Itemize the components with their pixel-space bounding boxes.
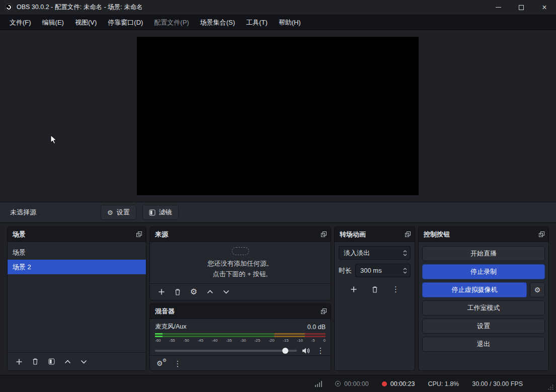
sources-popout-button[interactable]: [321, 231, 327, 237]
mixer-channel-menu-button[interactable]: ⋮: [315, 346, 326, 355]
gear-icon: ⚙: [190, 288, 197, 296]
volume-meter: [155, 333, 326, 337]
move-scene-up-button[interactable]: [61, 356, 74, 368]
transition-select[interactable]: 淡入淡出: [339, 246, 411, 260]
controls-body: 开始直播 停止录制 停止虚拟摄像机 ⚙ 工作室模式 设置 退出: [419, 242, 548, 356]
menubar: 文件(F) 编辑(E) 视图(V) 停靠窗口(D) 配置文件(P) 场景集合(S…: [0, 15, 556, 30]
duration-value: 300 ms: [360, 267, 382, 274]
transitions-dock: 转场动画 淡入淡出 时长 300 ms: [334, 226, 415, 371]
move-source-up-button[interactable]: [203, 286, 216, 298]
add-scene-button[interactable]: [13, 356, 26, 368]
move-source-down-button[interactable]: [219, 286, 232, 298]
preview-canvas[interactable]: [137, 37, 419, 195]
volume-slider-handle[interactable]: [282, 348, 288, 354]
mixer-menu-button[interactable]: ⋮: [171, 358, 184, 370]
transitions-popout-button[interactable]: [405, 231, 411, 237]
scenes-popout-button[interactable]: [136, 231, 142, 237]
docks-area: 场景 场景 场景 2 来源: [0, 223, 556, 375]
popout-icon: [321, 231, 327, 237]
mute-button[interactable]: [302, 347, 310, 354]
settings-button[interactable]: 设置: [422, 319, 545, 334]
scenes-dock: 场景 场景 场景 2: [7, 226, 146, 371]
transitions-dock-header[interactable]: 转场动画: [335, 227, 415, 242]
stop-recording-button[interactable]: 停止录制: [422, 264, 545, 279]
mixer-slider-row: ⋮: [155, 346, 326, 355]
scene-item-selected[interactable]: 场景 2: [8, 260, 146, 274]
controls-dock: 控制按钮 开始直播 停止录制 停止虚拟摄像机 ⚙ 工作室模式 设置 退出: [418, 226, 549, 371]
scale-tick: -30: [240, 338, 246, 343]
menu-view[interactable]: 视图(V): [69, 16, 102, 30]
close-button[interactable]: ×: [533, 0, 556, 15]
menu-profile[interactable]: 配置文件(P): [148, 16, 194, 30]
chevron-down-icon: [223, 290, 229, 294]
mixer-toolbar: ⚙ ⚙ ⋮: [150, 355, 331, 371]
sources-empty-state: 您还没有添加任何源。 点击下面的 + 按钮,: [150, 242, 331, 283]
chevron-down-icon: [81, 360, 87, 364]
trash-icon: [32, 358, 39, 365]
stop-virtual-camera-button[interactable]: 停止虚拟摄像机: [422, 282, 527, 297]
sources-dock-title: 来源: [155, 230, 168, 239]
scene-filters-icon: [48, 358, 55, 365]
menu-file[interactable]: 文件(F): [4, 16, 37, 30]
spinbox-arrows[interactable]: [403, 268, 407, 274]
controls-popout-button[interactable]: [539, 231, 544, 237]
chevron-down-icon: [403, 254, 407, 256]
menu-help[interactable]: 帮助(H): [273, 16, 306, 30]
duration-label: 时长: [339, 266, 352, 275]
plus-icon: [350, 286, 357, 293]
transition-properties-button[interactable]: ⋮: [389, 283, 403, 295]
maximize-button[interactable]: [510, 0, 533, 15]
titlebar[interactable]: OBS 30.0.2 - 配置文件: 未命名 - 场景: 未命名 ×: [0, 0, 556, 15]
studio-mode-button[interactable]: 工作室模式: [422, 300, 545, 316]
double-gear-icon: ⚙ ⚙: [156, 359, 167, 368]
scene-item[interactable]: 场景: [8, 245, 146, 260]
exit-button[interactable]: 退出: [422, 337, 545, 352]
menu-scene-collection[interactable]: 场景集合(S): [195, 16, 241, 30]
start-streaming-button[interactable]: 开始直播: [422, 246, 545, 261]
scenes-dock-header[interactable]: 场景: [8, 227, 146, 242]
gear-icon: ⚙: [107, 209, 113, 216]
scale-tick: -5: [311, 338, 315, 343]
volume-meter-bar-right: [155, 336, 326, 337]
stream-status-icon: [335, 381, 341, 386]
move-scene-down-button[interactable]: [77, 356, 90, 368]
scene-filters-button[interactable]: [45, 356, 58, 368]
source-filters-button[interactable]: 滤镜: [142, 205, 179, 220]
mixer-popout-button[interactable]: [321, 308, 327, 314]
advanced-audio-button[interactable]: ⚙ ⚙: [155, 358, 168, 370]
duration-spinbox[interactable]: 300 ms: [355, 264, 411, 277]
menu-docks[interactable]: 停靠窗口(D): [102, 16, 148, 30]
source-selection-label: 未选择源: [10, 208, 36, 217]
source-properties-gear-button[interactable]: ⚙: [187, 286, 200, 298]
sources-dock-header[interactable]: 来源: [150, 227, 331, 242]
add-source-button[interactable]: [155, 286, 168, 298]
menu-tools[interactable]: 工具(T): [241, 16, 273, 30]
combo-arrows: [403, 250, 407, 256]
window-controls: ×: [487, 0, 556, 15]
add-transition-button[interactable]: [347, 283, 360, 295]
source-properties-button[interactable]: ⚙ 设置: [101, 205, 136, 220]
mixer-dock-header[interactable]: 混音器: [150, 304, 331, 319]
scale-tick: -20: [269, 338, 275, 343]
volume-slider[interactable]: [155, 350, 297, 352]
resize-grip[interactable]: [548, 384, 553, 390]
remove-transition-button[interactable]: [368, 283, 381, 295]
virtual-camera-settings-button[interactable]: ⚙: [530, 282, 545, 297]
transitions-dock-title: 转场动画: [340, 230, 366, 239]
dots-icon: ⋮: [391, 285, 401, 294]
minimize-button[interactable]: [487, 0, 510, 15]
chevron-up-icon: [403, 268, 407, 270]
trash-icon: [174, 288, 181, 296]
remove-source-button[interactable]: [171, 286, 184, 298]
scenes-toolbar: [8, 352, 146, 370]
dots-icon: ⋮: [173, 359, 183, 368]
remove-scene-button[interactable]: [29, 356, 42, 368]
transitions-body: 淡入淡出 时长 300 ms: [335, 242, 415, 299]
popout-icon: [539, 231, 544, 237]
gear-icon: ⚙: [534, 286, 541, 293]
cpu-usage: CPU: 1.8%: [428, 380, 459, 387]
controls-dock-header[interactable]: 控制按钮: [419, 227, 548, 242]
menu-edit[interactable]: 编辑(E): [37, 16, 69, 30]
sources-toolbar: ⚙: [150, 283, 331, 300]
dots-icon: ⋮: [317, 346, 325, 355]
